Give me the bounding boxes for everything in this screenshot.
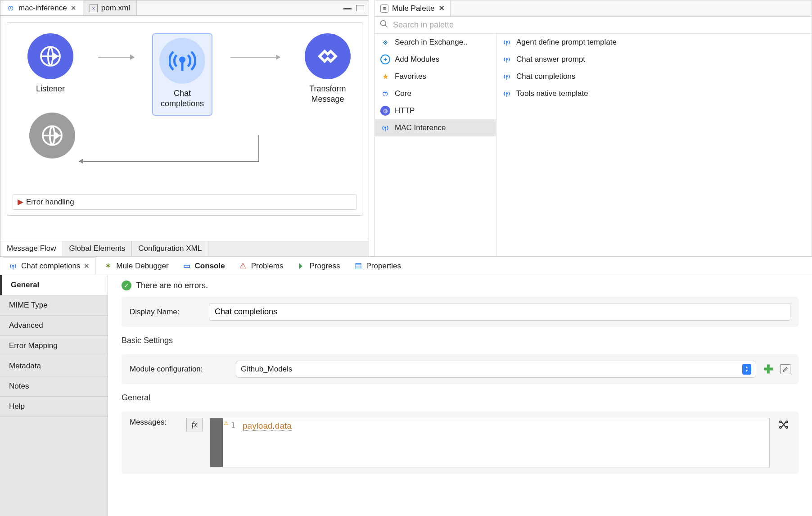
expr-token-payload: payload	[243, 421, 273, 431]
sidebar-item-help[interactable]: Help	[0, 397, 108, 417]
maximize-icon[interactable]	[356, 5, 364, 11]
sidebar-item-advanced[interactable]: Advanced	[0, 316, 108, 336]
mapping-icon	[778, 419, 789, 430]
close-icon[interactable]: ✕	[438, 4, 445, 13]
progress-icon: ⏵	[297, 262, 306, 271]
connection-arrow	[98, 57, 134, 58]
status-row: ✓ There are no errors.	[122, 281, 798, 290]
problems-icon: ⚠	[239, 262, 248, 271]
flow-node-chat-completions[interactable]: Chat completions	[152, 33, 212, 116]
edit-config-button[interactable]	[780, 364, 790, 374]
palette-item-add-modules[interactable]: + Add Modules	[375, 51, 496, 68]
exchange-icon: ⟐	[380, 37, 390, 47]
palette-title: Mule Palette	[392, 4, 435, 13]
palette-tab[interactable]: ≡ Mule Palette ✕	[375, 0, 451, 16]
palette-item-mac-inference[interactable]: MAC Inference	[375, 119, 496, 136]
pencil-icon	[782, 366, 789, 372]
editor-tab-mac-inference[interactable]: ෆ mac-inference ✕	[0, 0, 83, 15]
palette-item-core[interactable]: ෆ Core	[375, 85, 496, 102]
svg-point-10	[780, 421, 781, 423]
editor-tab-label: mac-inference	[18, 4, 67, 13]
palette-item-http[interactable]: ◍ HTTP	[375, 102, 496, 119]
error-handling-section[interactable]: ▶ Error handling	[13, 194, 356, 210]
messages-label: Messages:	[130, 418, 179, 427]
mule-icon: ෆ	[7, 4, 15, 12]
add-config-button[interactable]: ✚	[763, 362, 773, 376]
flow-node-transform[interactable]: Transform Message	[298, 33, 357, 105]
svg-point-1	[180, 58, 185, 62]
close-icon[interactable]: ✕	[71, 4, 77, 12]
tab-progress[interactable]: ⏵ Progress	[291, 257, 345, 275]
console-icon: ▭	[182, 262, 191, 271]
palette-op-agent-define[interactable]: Agent define prompt template	[496, 34, 812, 51]
editor-tabs: ෆ mac-inference ✕ x pom.xml	[0, 0, 369, 16]
svg-point-3	[381, 21, 386, 26]
node-label: Chat completions	[158, 88, 206, 109]
flow-node-listener[interactable]: Listener	[21, 33, 80, 94]
editor-tab-label: pom.xml	[101, 4, 130, 13]
palette-op-chat-completions[interactable]: Chat completions	[496, 68, 812, 85]
mule-icon: ෆ	[380, 89, 390, 99]
return-arrow	[79, 135, 259, 162]
transform-icon	[316, 44, 340, 68]
sidebar-item-general[interactable]: General	[0, 275, 108, 295]
svg-point-6	[506, 59, 508, 60]
flow-node-response[interactable]	[25, 113, 79, 158]
tab-global-elements[interactable]: Global Elements	[63, 241, 132, 256]
sidebar-item-notes[interactable]: Notes	[0, 376, 108, 397]
palette-item-exchange[interactable]: ⟐ Search in Exchange..	[375, 34, 496, 51]
tab-configuration-xml[interactable]: Configuration XML	[132, 241, 208, 256]
svg-point-13	[786, 426, 788, 428]
module-config-value: Github_Models	[241, 365, 292, 374]
chevron-up-down-icon: ▲▼	[742, 364, 751, 375]
node-label: Transform Message	[298, 84, 357, 105]
node-label: Listener	[36, 84, 65, 94]
map-button[interactable]	[777, 418, 790, 431]
display-name-input[interactable]	[209, 303, 790, 321]
palette-op-tools-native[interactable]: Tools native template	[496, 85, 812, 102]
close-icon[interactable]: ✕	[84, 262, 90, 270]
sidebar-item-error-mapping[interactable]: Error Mapping	[0, 336, 108, 356]
antenna-icon	[502, 72, 512, 81]
tab-chat-completions[interactable]: Chat completions ✕	[3, 257, 95, 275]
star-icon: ★	[380, 72, 390, 81]
tab-mule-debugger[interactable]: ✶ Mule Debugger	[98, 257, 174, 275]
bug-icon: ✶	[104, 262, 113, 271]
palette-operations: Agent define prompt template Chat answer…	[496, 34, 812, 256]
search-icon	[379, 19, 388, 31]
svg-point-5	[506, 41, 508, 43]
sidebar-item-mime-type[interactable]: MIME Type	[0, 295, 108, 316]
antenna-icon	[502, 89, 512, 99]
tab-problems[interactable]: ⚠ Problems	[233, 257, 289, 275]
module-config-select[interactable]: Github_Models ▲▼	[236, 361, 756, 378]
flow-canvas[interactable]: Listener Chat completions	[0, 16, 369, 241]
minimize-icon[interactable]	[343, 5, 352, 9]
tab-message-flow[interactable]: Message Flow	[0, 241, 63, 256]
editor-tab-pom[interactable]: x pom.xml	[83, 0, 137, 15]
http-icon: ◍	[380, 106, 390, 116]
globe-arrow-icon	[38, 44, 63, 69]
svg-point-8	[506, 93, 508, 94]
properties-sidebar: General MIME Type Advanced Error Mapping…	[0, 275, 108, 516]
palette-op-chat-answer[interactable]: Chat answer prompt	[496, 51, 812, 68]
svg-point-4	[385, 127, 386, 128]
expression-editor[interactable]: ⚠ 1 payload.data	[210, 418, 770, 467]
palette-search-input[interactable]	[392, 20, 807, 30]
fx-toggle-button[interactable]: fx	[186, 418, 203, 431]
warning-icon: ⚠	[224, 420, 229, 426]
antenna-icon	[380, 123, 390, 133]
antenna-icon	[9, 262, 18, 271]
check-circle-icon: ✓	[122, 281, 131, 290]
editor-bottom-tabs: Message Flow Global Elements Configurati…	[0, 241, 369, 256]
module-config-label: Module configuration:	[130, 365, 229, 374]
expr-token-data: data	[275, 421, 292, 431]
palette-item-favorites[interactable]: ★ Favorites	[375, 68, 496, 85]
tab-console[interactable]: ▭ Console	[177, 257, 230, 275]
antenna-icon	[169, 47, 196, 74]
plus-circle-icon: +	[380, 54, 390, 64]
svg-point-7	[506, 76, 508, 77]
list-icon: ≡	[380, 5, 388, 13]
sidebar-item-metadata[interactable]: Metadata	[0, 356, 108, 376]
xml-file-icon: x	[90, 4, 98, 12]
tab-properties[interactable]: ▤ Properties	[348, 257, 406, 275]
